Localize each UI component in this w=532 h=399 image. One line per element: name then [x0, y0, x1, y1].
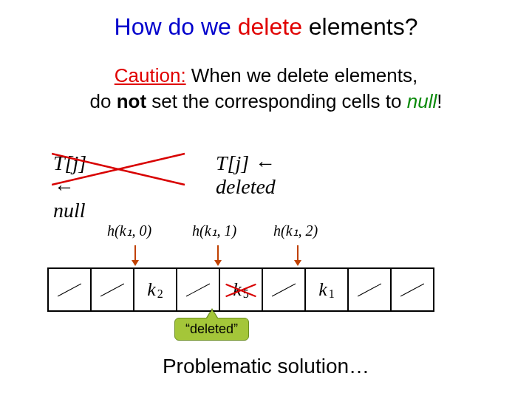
empty-cell [392, 269, 433, 310]
empty-cell [263, 269, 306, 310]
title-part2: delete [238, 13, 302, 40]
slide-title: How do we delete elements? [0, 0, 532, 41]
title-part1: How do we [115, 13, 231, 40]
hash-label-1: h(k₁, 1) [192, 222, 236, 239]
title-part3: elements? [309, 13, 418, 40]
deleted-callout: “deleted” [174, 318, 249, 341]
empty-cell [92, 269, 134, 310]
empty-cell [349, 269, 392, 310]
caution-label: Caution: [115, 64, 186, 86]
hash-label-2: h(k₁, 2) [273, 222, 318, 239]
empty-cell [49, 269, 92, 310]
formula-null: T[j] ← null [53, 151, 86, 222]
cell-k5-deleted: k5 [220, 269, 263, 310]
cell-k2: k2 [134, 269, 177, 310]
footer-text: Problematic solution… [0, 355, 532, 378]
hash-label-0: h(k₁, 0) [107, 222, 151, 239]
arrow-down-icon [134, 245, 136, 262]
empty-cell [177, 269, 220, 310]
formula-deleted: T[j] ← deleted [216, 151, 276, 199]
arrow-down-icon [217, 245, 219, 262]
caution-text: Caution: When we delete elements, do not… [0, 63, 532, 115]
hash-table: k2 k5 k1 [47, 267, 434, 312]
arrow-down-icon [297, 245, 299, 262]
cell-k1: k1 [306, 269, 349, 310]
